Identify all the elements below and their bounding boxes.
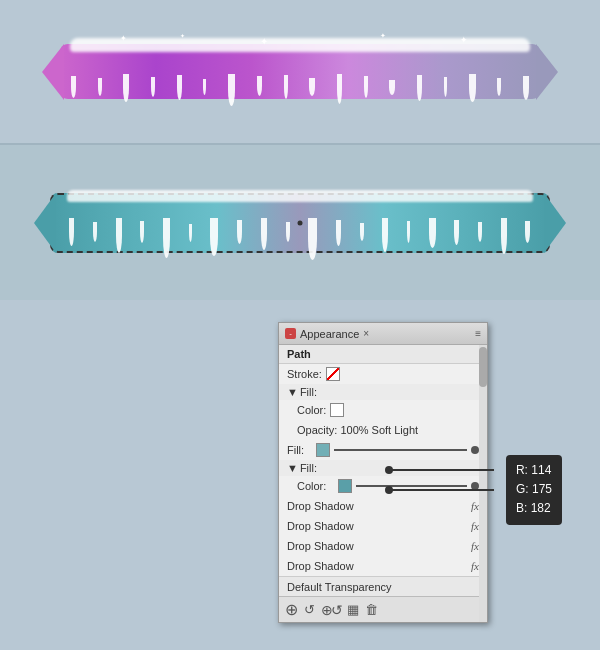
drop-shadow-label-1: Drop Shadow [287,500,354,512]
drop-shadow-row-3: Drop Shadow fx [279,536,487,556]
b-value: 182 [531,501,551,515]
grid-icon[interactable]: ▦ [347,602,359,617]
drop-shadow-label-2: Drop Shadow [287,520,354,532]
stroke-label: Stroke: [287,368,322,380]
fill-teal-row-1: Fill: [279,440,487,460]
panel-title: Appearance [300,328,359,340]
delete-icon[interactable]: 🗑 [365,602,378,617]
scrollbar-track[interactable] [479,345,487,622]
color-r-row: R: 114 [516,461,552,480]
sparkle: ✦ [380,32,386,40]
color-tooltip: R: 114 G: 175 B: 182 [506,455,562,525]
color-row-1: Color: [279,400,487,420]
banner-top: ✦ ✦ ✦ ✦ ✦ [40,39,560,104]
appearance-panel: - Appearance × ≡ Path Stroke: ▼ Fill: Co… [278,322,488,623]
color-g-row: G: 175 [516,480,552,499]
panel-title-left: - Appearance × [285,328,369,340]
canvas-bottom [0,145,600,300]
drop-shadow-row-1: Drop Shadow fx [279,496,487,516]
fx-icon-1[interactable]: fx [471,500,479,512]
arrow-line-2 [389,489,494,491]
fx-icon-3[interactable]: fx [471,540,479,552]
fill-line-2 [356,485,467,487]
opacity-row: Opacity: 100% Soft Light [279,420,487,440]
fx-icon-4[interactable]: fx [471,560,479,572]
stroke-row: Stroke: [279,364,487,384]
color-2-label: Color: [297,480,326,492]
color-row-2: Color: [279,476,487,496]
canvas-top: ✦ ✦ ✦ ✦ ✦ [0,0,600,145]
default-transparency-label: Default Transparency [287,581,392,593]
panel-close-button[interactable]: - [285,328,296,339]
g-value: 175 [532,482,552,496]
g-label: G: [516,482,529,496]
arrow-line-1 [389,469,494,471]
panel-tab-close[interactable]: × [363,328,369,339]
fill-section-2-header[interactable]: ▼ Fill: [279,460,487,476]
color-b-row: B: 182 [516,499,552,518]
drop-shadow-label-4: Drop Shadow [287,560,354,572]
panel-titlebar: - Appearance × ≡ [279,323,487,345]
r-label: R: [516,463,528,477]
b-label: B: [516,501,527,515]
fill-color-teal-1[interactable] [316,443,330,457]
fill-line-1 [334,449,467,451]
r-value: 114 [531,463,551,477]
drop-shadow-row-4: Drop Shadow fx [279,556,487,576]
bottom-icons: ⊕ ↺ ⊕↺ ▦ 🗑 [285,600,378,619]
duplicate-icon[interactable]: ↺ [304,602,315,617]
snow-bottom-top [67,190,533,202]
fill-2-label: Fill: [300,462,317,474]
sparkle: ✦ [120,34,127,43]
fill-dot-1 [471,446,479,454]
drop-shadow-label-3: Drop Shadow [287,540,354,552]
fill-2-triangle: ▼ [287,462,298,474]
panel-menu-button[interactable]: ≡ [475,328,481,339]
fill-teal-label-1: Fill: [287,444,304,456]
center-dot [298,220,303,225]
default-transparency-row: Default Transparency [279,576,487,596]
fx-icon-2[interactable]: fx [471,520,479,532]
fill-1-label: Fill: [300,386,317,398]
fill-1-triangle: ▼ [287,386,298,398]
stroke-swatch[interactable] [326,367,340,381]
path-label: Path [287,348,311,360]
sparkle: ✦ [460,35,468,45]
sparkle: ✦ [180,32,185,39]
fill-teal-swatch-row [312,443,479,457]
color-swatch-1[interactable] [330,403,344,417]
banner-bottom [30,188,570,258]
banner-top-shape: ✦ ✦ ✦ ✦ ✦ [60,44,540,99]
move-icon[interactable]: ⊕↺ [321,602,341,618]
sparkle: ✦ [260,36,268,47]
opacity-label: Opacity: 100% Soft Light [297,424,418,436]
banner-bottom-shape [50,193,550,253]
panel-bottom-bar: ⊕ ↺ ⊕↺ ▦ 🗑 [279,596,487,622]
fill-section-1-header[interactable]: ▼ Fill: [279,384,487,400]
scrollbar-thumb[interactable] [479,347,487,387]
color-1-label: Color: [297,404,326,416]
add-new-icon[interactable]: ⊕ [285,600,298,619]
panel-path-row: Path [279,345,487,364]
color-swatch-2[interactable] [338,479,352,493]
drop-shadow-row-2: Drop Shadow fx [279,516,487,536]
